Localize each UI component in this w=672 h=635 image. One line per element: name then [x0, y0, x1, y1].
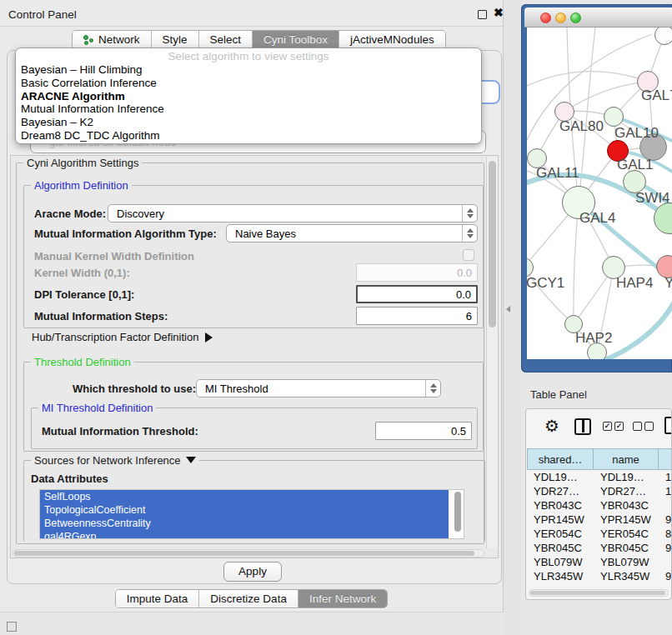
tab-network[interactable]: Network — [73, 31, 152, 48]
node-label: GAL4 — [579, 210, 615, 227]
cell — [659, 498, 672, 512]
algorithm-option[interactable]: Mutual Information Inference — [16, 102, 481, 116]
table-row[interactable]: YBL079WYBL079W — [527, 555, 672, 569]
column-header[interactable]: A — [659, 448, 672, 470]
cell: YLR345W — [594, 569, 659, 583]
tab-select[interactable]: Select — [199, 31, 253, 48]
node-label: GAL80 — [559, 118, 604, 135]
node-label: GAL7 — [641, 88, 672, 104]
table-row[interactable]: YIL052CYIL052C9 — [527, 583, 672, 586]
settings-horizontal-scrollbar[interactable] — [13, 549, 484, 558]
kernel-width-input[interactable] — [356, 263, 478, 282]
cell: YPR145W — [594, 512, 659, 527]
table-body: YDL19…YDL19…13 YDR27…YDR27…12 YBR043CYBR… — [527, 470, 672, 586]
table-panel-title: Table Panel — [530, 388, 587, 401]
split-pane-divider[interactable] — [504, 0, 521, 635]
sources-group: Sources for Network Inference Data Attri… — [23, 460, 485, 542]
gear-icon[interactable]: ⚙ — [544, 416, 559, 436]
cell: 13 — [659, 470, 672, 484]
tab-jactivemnodules[interactable]: jActiveMNodules — [339, 31, 445, 48]
mi-algorithm-type-label: Mutual Information Algorithm Type: — [34, 228, 217, 240]
algorithm-option[interactable]: Basic Correlation Inference — [16, 77, 481, 90]
table-horizontal-scrollbar[interactable] — [529, 589, 669, 597]
algorithm-option[interactable]: Bayesian – K2 — [16, 116, 481, 129]
mi-algorithm-type-combo[interactable]: Naive Bayes — [226, 224, 478, 242]
sources-title: Sources for Network Inference — [31, 454, 199, 467]
tab-infer-network-label: Infer Network — [309, 592, 376, 605]
mi-steps-input[interactable] — [356, 307, 478, 325]
mi-threshold-input[interactable] — [375, 422, 472, 440]
table-row[interactable]: YBR043CYBR043C — [527, 498, 672, 512]
list-scrollbar-thumb[interactable] — [454, 492, 461, 532]
algorithm-option[interactable]: Dream8 DC_TDC Algorithm — [16, 129, 481, 142]
algorithm-popup-placeholder: Select algorithm to view settings — [16, 48, 481, 63]
unchecked-boxes-icon[interactable] — [633, 422, 654, 431]
table-row[interactable]: YBR045CYBR045C9. — [527, 541, 672, 555]
network-window-titlebar[interactable] — [524, 8, 672, 28]
close-panel-icon[interactable]: ✖ — [494, 6, 504, 19]
zoom-traffic-light-icon[interactable] — [570, 12, 581, 23]
tab-cyni-toolbox[interactable]: Cyni Toolbox — [253, 31, 339, 48]
cell: YER054C — [594, 527, 659, 541]
apply-button[interactable]: Apply — [223, 562, 282, 582]
attribute-item[interactable]: SelfLoops — [40, 490, 449, 503]
file-icon[interactable] — [664, 417, 672, 434]
stepper-arrows-icon — [462, 205, 477, 222]
algorithm-option-selected[interactable]: ARACNE Algorithm — [16, 90, 481, 103]
attribute-item[interactable]: TopologicalCoefficient — [40, 503, 449, 517]
close-traffic-light-icon[interactable] — [540, 12, 551, 23]
network-node[interactable] — [654, 28, 672, 45]
table-row[interactable]: YDL19…YDL19…13 — [527, 470, 672, 484]
which-threshold-value: MI Threshold — [205, 380, 268, 398]
tab-select-label: Select — [210, 33, 242, 46]
tab-cyni-toolbox-label: Cyni Toolbox — [263, 33, 328, 46]
kernel-width-label: Kernel Width (0,1): — [34, 267, 130, 279]
scrollbar-thumb[interactable] — [489, 161, 496, 328]
dpi-tolerance-input[interactable] — [356, 285, 478, 303]
hub-tf-definition-toggle[interactable]: Hub/Transcription Factor Definition — [32, 331, 213, 343]
table-row[interactable]: YPR145WYPR145W9. — [527, 512, 672, 527]
collapsed-panel-icon[interactable] — [7, 622, 17, 632]
table-row[interactable]: YDR27…YDR27…12 — [527, 484, 672, 498]
mi-algorithm-type-value: Naive Bayes — [235, 225, 296, 242]
threshold-definition-group: Threshold Definition Which threshold to … — [23, 362, 484, 452]
collapse-arrow-icon[interactable] — [186, 457, 196, 463]
scrollbar-thumb[interactable] — [530, 591, 665, 595]
columns-icon[interactable] — [574, 418, 591, 435]
algorithm-option[interactable]: Bayesian – Hill Climbing — [16, 63, 481, 77]
table-row[interactable]: YLR345WYLR345W9. — [527, 569, 672, 583]
divider-collapse-arrow-icon[interactable] — [506, 306, 510, 312]
column-header[interactable]: name — [594, 448, 659, 470]
scrollbar-thumb[interactable] — [14, 551, 474, 556]
dpi-tolerance-label: DPI Tolerance [0,1]: — [34, 288, 134, 301]
network-view-window[interactable]: GAL7 GAL80 GAL10 GAL1 GAL11 SWI4 GAL4 GC… — [521, 4, 672, 372]
minimize-traffic-light-icon[interactable] — [555, 12, 566, 23]
tab-style[interactable]: Style — [152, 31, 199, 48]
checked-boxes-icon[interactable]: ✓✓ — [603, 422, 624, 431]
network-canvas[interactable]: GAL7 GAL80 GAL10 GAL1 GAL11 SWI4 GAL4 GC… — [527, 28, 672, 359]
tab-infer-network[interactable]: Infer Network — [298, 590, 387, 608]
node-label: GAL11 — [536, 165, 579, 182]
node-label: HAP2 — [575, 330, 612, 347]
tab-impute-data[interactable]: Impute Data — [116, 590, 200, 608]
control-panel-tabs: Network Style Select Cyni Toolbox jActiv… — [72, 30, 446, 49]
which-threshold-combo[interactable]: MI Threshold — [196, 379, 441, 398]
cell: 8. — [659, 527, 672, 541]
network-node-gal10[interactable] — [604, 107, 624, 127]
manual-kernel-width-checkbox[interactable] — [463, 249, 474, 261]
control-panel: Control Panel ✖ Network Style Select Cyn… — [0, 0, 504, 612]
table-row[interactable]: YER054CYER054C8. — [527, 527, 672, 541]
column-header[interactable]: shared… — [527, 448, 594, 470]
cell: YPR145W — [527, 512, 594, 527]
float-panel-icon[interactable] — [478, 10, 487, 19]
aracne-mode-combo[interactable]: Discovery — [108, 204, 478, 222]
settings-vertical-scrollbar[interactable] — [486, 157, 498, 548]
attribute-item[interactable]: BetweennessCentrality — [40, 517, 449, 530]
tab-discretize-data[interactable]: Discretize Data — [199, 590, 298, 608]
algorithm-definition-title: Algorithm Definition — [31, 179, 132, 192]
data-attributes-list[interactable]: SelfLoops TopologicalCoefficient Between… — [39, 489, 464, 539]
cell: 9. — [659, 541, 672, 555]
node-label: GAL10 — [614, 125, 659, 142]
attribute-item[interactable]: gal4RGexp — [40, 530, 449, 539]
node-label: SWI4 — [635, 190, 670, 207]
